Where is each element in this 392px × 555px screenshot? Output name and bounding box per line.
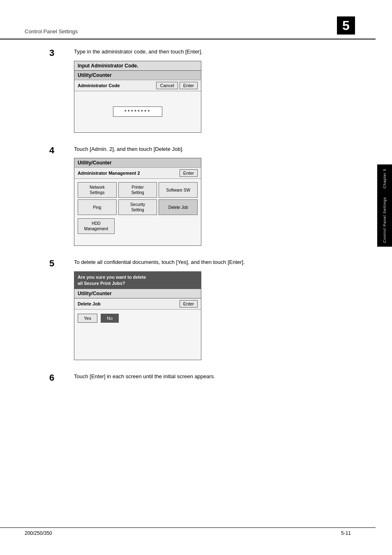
admin-mgmt-grid: NetworkSettings PrinterSetting Software … [74, 179, 201, 218]
delete-panel-body [74, 327, 201, 360]
step-6-text: Touch [Enter] in each screen until the i… [74, 372, 351, 381]
enter-button-4[interactable]: Enter [180, 169, 198, 177]
yes-button[interactable]: Yes [78, 314, 97, 323]
delete-panel-title: Utility/Counter [74, 289, 201, 298]
admin-mgmt-panel: Utility/Counter Administrator Management… [74, 158, 201, 246]
step-6-row: 6 Touch [Enter] in each screen until the… [49, 372, 351, 386]
step-4-content: Touch [Admin. 2], and then touch [Delete… [74, 145, 351, 246]
enter-button-5[interactable]: Enter [180, 300, 198, 308]
network-settings-btn[interactable]: NetworkSettings [78, 182, 117, 198]
extra-buttons-row: HDDManagement [74, 218, 201, 237]
panel-section-title-3: Utility/Counter [74, 71, 201, 80]
step-4-row: 4 Touch [Admin. 2], and then touch [Dele… [49, 145, 351, 246]
step-3-content: Type in the administrator code, and then… [74, 48, 351, 133]
admin-code-panel: Input Administrator Code. Utility/Counte… [74, 61, 201, 133]
page-container: Control Panel Settings 5 3 Type in the a… [0, 0, 392, 555]
admin-code-label: Administrator Code [78, 83, 154, 88]
step-5-text: To delete all confidential documents, to… [74, 258, 351, 266]
software-sw-btn[interactable]: Software SW [159, 182, 198, 198]
panel-section-title-4: Utility/Counter [74, 158, 201, 168]
delete-job-label: Delete Job [78, 301, 178, 306]
step-6-number: 6 [49, 372, 70, 383]
sidebar-section-label: Control Panel Settings [383, 197, 387, 243]
delete-job-btn[interactable]: Delete Job [159, 199, 198, 215]
delete-panel-msg: Are you sure you want to delete all Secu… [74, 272, 201, 289]
password-field[interactable]: ******** [113, 106, 162, 117]
step-5-row: 5 To delete all confidential documents, … [49, 258, 351, 360]
sidebar-chapter-label: Chapter 5 [383, 169, 387, 189]
hdd-management-btn[interactable]: HDDManagement [78, 218, 115, 234]
cancel-button[interactable]: Cancel [156, 82, 178, 89]
yes-no-row: Yes No [74, 310, 201, 327]
panel-header-row-4: Administrator Management 2 Enter [74, 168, 201, 179]
footer-page: 5-11 [341, 530, 351, 536]
step-5-number: 5 [49, 258, 70, 269]
page-header: Control Panel Settings 5 [0, 0, 376, 39]
step-6-content: Touch [Enter] in each screen until the i… [74, 372, 351, 386]
chapter-sidebar: Chapter 5 Control Panel Settings [377, 164, 392, 247]
step-3-row: 3 Type in the administrator code, and th… [49, 48, 351, 133]
page-footer: 200/250/350 5-11 [0, 527, 376, 539]
no-button[interactable]: No [101, 314, 119, 323]
admin-mgmt-label: Administrator Management 2 [78, 171, 178, 176]
panel-body-3: ******** [74, 91, 201, 132]
footer-model: 200/250/350 [25, 530, 52, 536]
chapter-number: 5 [337, 16, 355, 35]
security-setting-btn[interactable]: SecuritySetting [118, 199, 157, 215]
panel-spacer-4 [74, 237, 201, 245]
step-3-text: Type in the administrator code, and then… [74, 48, 351, 56]
delete-panel-header: Delete Job Enter [74, 298, 201, 310]
panel-top-title: Input Administrator Code. [74, 61, 201, 71]
step-4-number: 4 [49, 145, 70, 156]
main-content: 3 Type in the administrator code, and th… [0, 39, 376, 406]
header-title: Control Panel Settings [25, 28, 78, 35]
step-3-number: 3 [49, 48, 70, 58]
panel-header-row-3: Administrator Code Cancel Enter [74, 80, 201, 91]
delete-panel: Are you sure you want to delete all Secu… [74, 271, 201, 361]
step-4-text: Touch [Admin. 2], and then touch [Delete… [74, 145, 351, 153]
enter-button-3[interactable]: Enter [180, 82, 198, 89]
printer-setting-btn[interactable]: PrinterSetting [118, 182, 157, 198]
step-5-content: To delete all confidential documents, to… [74, 258, 351, 360]
ping-btn[interactable]: Ping [78, 199, 117, 215]
